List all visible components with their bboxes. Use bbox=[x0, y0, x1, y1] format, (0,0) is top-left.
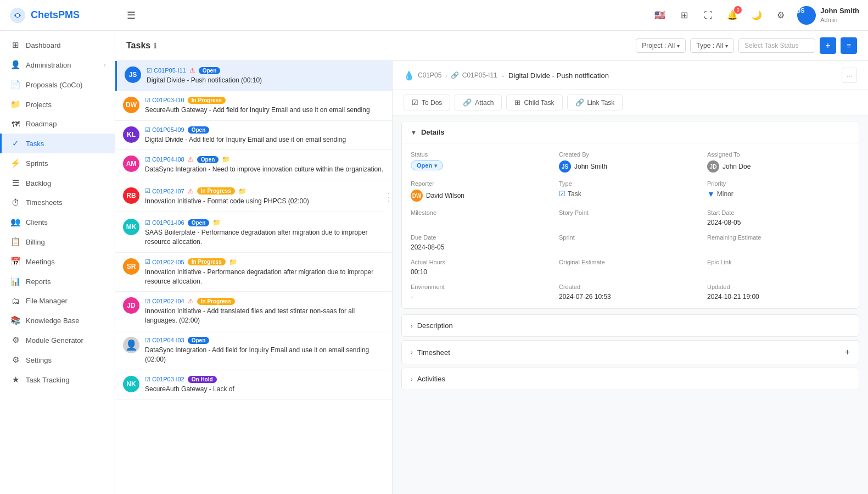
label-epic-link: Epic Link bbox=[707, 259, 850, 265]
value-priority: ▼ Minor bbox=[707, 190, 850, 198]
sidebar-item-knowledge-base[interactable]: 📚 Knowledge Base bbox=[0, 310, 115, 330]
sidebar-item-meetings[interactable]: 📅 Meetings bbox=[0, 252, 115, 271]
sidebar-item-task-tracking[interactable]: ★ Task Tracking bbox=[0, 370, 115, 390]
activities-header[interactable]: › Activities bbox=[402, 368, 859, 390]
task-meta: ☑ C01P05-I09 Open bbox=[145, 126, 384, 134]
field-created: Created 2024-07-26 10:53 bbox=[559, 284, 702, 301]
sidebar-item-file-manager[interactable]: 🗂 File Manager bbox=[0, 291, 115, 310]
label-environment: Environment bbox=[411, 284, 553, 290]
task-id: ☑ C01P02-I04 bbox=[145, 298, 184, 305]
paperclip-icon: 🔗 bbox=[463, 98, 472, 107]
table-row[interactable]: NK ☑ C01P03-I02 On Hold SecureAuth Gatew… bbox=[115, 370, 392, 400]
list-divider: RB ☑ C01P02-I07 ⚠ In Progress 📁 bbox=[115, 180, 392, 213]
task-id: ☑ C01P04-I03 bbox=[145, 337, 184, 344]
field-milestone: Milestone bbox=[411, 209, 553, 226]
todos-button[interactable]: ☑ To Dos bbox=[404, 95, 450, 110]
status-badge: Open bbox=[188, 337, 210, 344]
sidebar-label-roadmap: Roadmap bbox=[26, 120, 106, 128]
task-checkbox-icon: ☑ bbox=[145, 126, 150, 134]
brand-logo[interactable]: ChetsPMS bbox=[9, 7, 116, 24]
timesheet-header[interactable]: › Timesheet + bbox=[402, 341, 859, 364]
table-row[interactable]: DW ☑ C01P03-I10 In Progress SecureAuth G… bbox=[115, 91, 392, 121]
avatar: NK bbox=[123, 376, 139, 392]
table-row[interactable]: JS ☑ C01P05-I11 ⚠ Open Digital Divide - … bbox=[115, 61, 392, 91]
child-task-button[interactable]: ⊞ Child Task bbox=[506, 95, 562, 110]
user-profile[interactable]: JS John Smith Admin bbox=[797, 6, 859, 25]
table-row[interactable]: SR ☑ C01P02-I05 In Progress 📁 Innovation… bbox=[115, 253, 392, 292]
task-detail-panel: 💧 C01P05 › 🔗 C01P05-I11 - Digital Divide… bbox=[393, 61, 868, 494]
task-meta: ☑ C01P05-I11 ⚠ Open bbox=[147, 66, 384, 74]
sidebar-item-clients[interactable]: 👥 Clients bbox=[0, 212, 115, 232]
value-due-date: 2024-08-05 bbox=[411, 243, 553, 251]
billing-icon: 📋 bbox=[10, 237, 20, 247]
task-id-breadcrumb: C01P05-I11 bbox=[462, 71, 497, 79]
info-icon[interactable]: ℹ bbox=[154, 42, 156, 50]
alert-icon: ⚠ bbox=[188, 187, 194, 195]
sidebar-item-projects[interactable]: 📁 Projects bbox=[0, 95, 115, 114]
sidebar-item-reports[interactable]: 📊 Reports bbox=[0, 271, 115, 291]
table-row[interactable]: 👤 ☑ C01P04-I03 Open DataSync Integration… bbox=[115, 331, 392, 370]
label-actual-hours: Actual Hours bbox=[411, 259, 553, 265]
table-row[interactable]: KL ☑ C01P05-I09 Open Digital Divide - Ad… bbox=[115, 121, 392, 151]
sidebar-item-billing[interactable]: 📋 Billing bbox=[0, 232, 115, 252]
label-created: Created bbox=[559, 284, 702, 290]
knowledge-base-icon: 📚 bbox=[10, 315, 20, 325]
sidebar-item-dashboard[interactable]: ⊞ Dashboard bbox=[0, 35, 115, 55]
checkbox-icon: ☑ bbox=[412, 98, 418, 107]
table-row[interactable]: JD ☑ C01P02-I04 ⚠ In Progress Innovation… bbox=[115, 292, 392, 331]
timesheet-section: › Timesheet + bbox=[401, 340, 859, 364]
task-title: SAAS Boilerplate - Performance degradati… bbox=[145, 228, 384, 247]
sidebar-item-sprints[interactable]: ⚡ Sprints bbox=[0, 153, 115, 173]
status-open-badge[interactable]: Open ▾ bbox=[411, 160, 443, 170]
table-row[interactable]: MK ☑ C01P01-I06 Open 📁 SAAS Boilerplate … bbox=[115, 213, 392, 253]
settings-icon[interactable]: ⚙ bbox=[773, 8, 788, 23]
fullscreen-icon[interactable]: ⛶ bbox=[701, 8, 716, 23]
table-row[interactable]: RB ☑ C01P02-I07 ⚠ In Progress 📁 bbox=[115, 182, 385, 212]
sidebar-item-proposals[interactable]: 📄 Proposals (CoCo) bbox=[0, 75, 115, 95]
sidebar-item-tasks[interactable]: ✓ Tasks bbox=[0, 134, 115, 153]
sidebar-item-backlog[interactable]: ☰ Backlog bbox=[0, 173, 115, 193]
add-task-button[interactable]: + bbox=[820, 37, 836, 54]
roadmap-icon: 🗺 bbox=[10, 119, 20, 129]
more-options-button[interactable]: ··· bbox=[842, 68, 857, 83]
task-id: ☑ C01P02-I07 bbox=[145, 187, 184, 195]
notification-icon[interactable]: 🔔 0 bbox=[725, 8, 740, 23]
add-timesheet-button[interactable]: + bbox=[845, 347, 850, 357]
description-section: › Description bbox=[401, 314, 859, 337]
field-assigned-to: Assigned To JD John Doe bbox=[707, 151, 850, 173]
hamburger-button[interactable]: ☰ bbox=[127, 9, 136, 21]
type-filter-button[interactable]: Type : All ▾ bbox=[690, 38, 734, 53]
project-filter-button[interactable]: Project : All ▾ bbox=[636, 38, 686, 53]
attach-button[interactable]: 🔗 Attach bbox=[455, 95, 502, 110]
avatar: MK bbox=[123, 219, 139, 235]
page-title: Tasks ℹ bbox=[126, 41, 156, 51]
sidebar-item-settings[interactable]: ⚙ Settings bbox=[0, 350, 115, 370]
label-status: Status bbox=[411, 151, 553, 158]
task-title: Digital Divide - Add field for Inquiry E… bbox=[145, 135, 384, 145]
task-title-breadcrumb: Digital Divide - Push notification bbox=[508, 71, 609, 80]
flag-icon[interactable]: 🇺🇸 bbox=[652, 8, 668, 23]
description-header[interactable]: › Description bbox=[402, 315, 859, 336]
link-task-button[interactable]: 🔗 Link Task bbox=[567, 95, 623, 110]
sidebar-item-module-generator[interactable]: ⚙ Module Generator bbox=[0, 330, 115, 350]
avatar: RB bbox=[123, 187, 139, 204]
grid-icon[interactable]: ⊞ bbox=[676, 8, 692, 23]
sidebar-item-administration[interactable]: 👤 Administration › bbox=[0, 55, 115, 75]
priority-icon: ▼ bbox=[707, 190, 715, 198]
details-section-header[interactable]: ▼ Details bbox=[402, 121, 859, 143]
task-checkbox-icon: ☑ bbox=[145, 97, 150, 104]
task-id: ☑ C01P05-I09 bbox=[145, 126, 184, 134]
sidebar-label-file-manager: File Manager bbox=[26, 297, 106, 305]
task-id: ☑ C01P01-I06 bbox=[145, 219, 184, 226]
list-view-button[interactable]: ≡ bbox=[841, 37, 857, 54]
sidebar: ⊞ Dashboard 👤 Administration › 📄 Proposa… bbox=[0, 31, 115, 494]
sidebar-item-roadmap[interactable]: 🗺 Roadmap bbox=[0, 114, 115, 134]
collapse-dots[interactable]: ⋮ bbox=[385, 180, 392, 213]
status-select[interactable]: Select Task Status bbox=[738, 38, 815, 53]
task-meta: ☑ C01P03-I10 In Progress bbox=[145, 97, 384, 104]
table-row[interactable]: AM ☑ C01P04-I08 ⚠ Open 📁 DataSync Integr… bbox=[115, 150, 392, 180]
label-milestone: Milestone bbox=[411, 209, 553, 216]
sidebar-item-timesheets[interactable]: ⏱ Timesheets bbox=[0, 193, 115, 212]
theme-icon[interactable]: 🌙 bbox=[749, 8, 764, 23]
module-generator-icon: ⚙ bbox=[10, 335, 20, 345]
